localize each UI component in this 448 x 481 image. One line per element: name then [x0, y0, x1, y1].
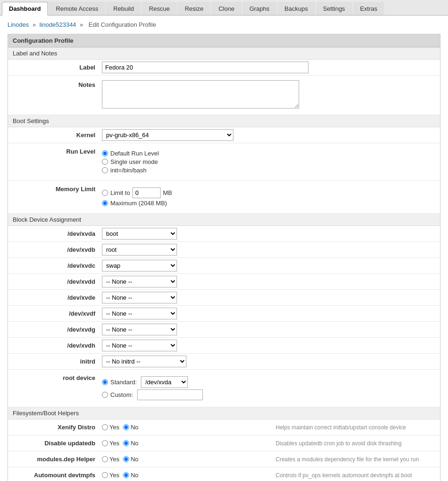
- updatedb-label: Disable updatedb: [8, 438, 102, 449]
- xvdc-label: /dev/xvdc: [8, 260, 102, 271]
- run-level-single-radio[interactable]: [102, 159, 108, 165]
- modules-yes-text: Yes: [109, 456, 119, 463]
- updatedb-yes-radio[interactable]: [102, 440, 108, 446]
- xvdd-select[interactable]: -- None --: [102, 276, 177, 287]
- notes-textarea[interactable]: [102, 80, 299, 109]
- row-kernel: Kernel pv-grub-x86_64: [8, 127, 440, 143]
- tab-remote-access[interactable]: Remote Access: [49, 2, 105, 15]
- modules-yes-option[interactable]: Yes: [102, 456, 119, 463]
- automount-no-text: No: [131, 472, 139, 479]
- run-level-single-option[interactable]: Single user mode: [102, 158, 440, 165]
- root-standard-text: Standard:: [110, 379, 137, 386]
- row-xvdf: /dev/xvdf -- None --: [8, 306, 440, 322]
- root-custom-radio[interactable]: [102, 392, 108, 398]
- automount-yn: Yes No: [102, 472, 266, 479]
- row-xvdh: /dev/xvdh -- None --: [8, 338, 440, 354]
- row-run-level: Run Level Default Run Level Single user …: [8, 143, 440, 181]
- tab-graphs[interactable]: Graphs: [242, 2, 277, 15]
- xvdb-select[interactable]: root: [102, 244, 177, 256]
- memory-limit-option[interactable]: Limit to MB: [102, 187, 440, 198]
- memory-max-option[interactable]: Maximum (2048 MB): [102, 200, 440, 207]
- section-config-profile: Configuration Profile: [8, 34, 440, 47]
- memory-max-radio[interactable]: [102, 200, 108, 206]
- root-custom-option[interactable]: Custom:: [102, 389, 440, 400]
- limit-to-label: Limit to: [110, 189, 130, 196]
- automount-yes-text: Yes: [109, 472, 119, 479]
- xvda-field: boot: [102, 226, 440, 241]
- automount-yes-option[interactable]: Yes: [102, 472, 119, 479]
- xvdg-select[interactable]: -- None --: [102, 324, 177, 335]
- automount-label: Automount devtmpfs: [8, 470, 102, 481]
- memory-limit-radio[interactable]: [102, 190, 108, 196]
- xvda-select[interactable]: boot: [102, 228, 177, 240]
- updatedb-no-option[interactable]: No: [123, 440, 139, 447]
- initrd-select[interactable]: -- No initrd --: [102, 356, 186, 367]
- memory-limit-field: Limit to MB Maximum (2048 MB): [102, 184, 440, 210]
- updatedb-yes-text: Yes: [109, 440, 119, 447]
- automount-no-radio[interactable]: [123, 472, 129, 478]
- xenify-yes-radio[interactable]: [102, 424, 108, 430]
- memory-limit-input[interactable]: [132, 187, 161, 198]
- xenify-no-option[interactable]: No: [123, 424, 139, 431]
- root-custom-input[interactable]: [137, 389, 203, 400]
- breadcrumb-linode[interactable]: linode523344: [39, 21, 76, 28]
- subsection-label-notes: Label and Notes: [8, 47, 440, 60]
- root-dev-select[interactable]: /dev/xvda: [141, 376, 188, 388]
- row-xvdb: /dev/xvdb root: [8, 242, 440, 258]
- tab-backups[interactable]: Backups: [278, 2, 315, 15]
- updatedb-yes-option[interactable]: Yes: [102, 440, 119, 447]
- tab-dashboard[interactable]: Dashboard: [2, 2, 48, 16]
- run-level-field: Default Run Level Single user mode init=…: [102, 146, 440, 178]
- root-standard-radio[interactable]: [102, 379, 108, 385]
- modules-yes-radio[interactable]: [102, 456, 108, 462]
- xvde-label: /dev/xvde: [8, 292, 102, 303]
- xvdb-label: /dev/xvdb: [8, 244, 102, 255]
- breadcrumb-linodes[interactable]: Linodes: [8, 21, 29, 28]
- xenify-field: Yes No: [102, 422, 266, 433]
- automount-no-option[interactable]: No: [123, 472, 139, 479]
- row-xvdg: /dev/xvdg -- None --: [8, 322, 440, 338]
- modules-no-option[interactable]: No: [123, 456, 139, 463]
- row-label: Label: [8, 60, 440, 76]
- run-level-default-radio[interactable]: [102, 150, 108, 156]
- row-modules-dep: modules.dep Helper Yes No Creates a modu…: [8, 451, 440, 467]
- xvdf-select[interactable]: -- None --: [102, 308, 177, 319]
- row-notes: Notes: [8, 76, 440, 115]
- root-custom-text: Custom:: [110, 391, 133, 398]
- xvde-select[interactable]: -- None --: [102, 292, 177, 303]
- xenify-yes-option[interactable]: Yes: [102, 424, 119, 431]
- row-xenify: Xenify Distro Yes No Helps maintain corr…: [8, 419, 440, 435]
- breadcrumb: Linodes » linode523344 » Edit Configurat…: [8, 21, 440, 28]
- tab-resize[interactable]: Resize: [178, 2, 210, 15]
- modules-no-radio[interactable]: [123, 456, 129, 462]
- row-xvdc: /dev/xvdc swap: [8, 258, 440, 274]
- tab-rebuild[interactable]: Rebuild: [106, 2, 141, 15]
- xvdc-select[interactable]: swap: [102, 260, 177, 272]
- config-form: Configuration Profile Label and Notes La…: [8, 34, 440, 481]
- subsection-block-device: Block Device Assignment: [8, 214, 440, 226]
- tab-extras[interactable]: Extras: [353, 2, 385, 15]
- root-standard-option[interactable]: Standard: /dev/xvda: [102, 376, 440, 388]
- row-automount: Automount devtmpfs Yes No Controls if pv…: [8, 467, 440, 481]
- automount-yes-radio[interactable]: [102, 472, 108, 478]
- tab-clone[interactable]: Clone: [211, 2, 241, 15]
- xenify-no-radio[interactable]: [123, 424, 129, 430]
- updatedb-help: Disables updatedb cron job to avoid disk…: [266, 440, 440, 447]
- run-level-init-option[interactable]: init=/bin/bash: [102, 167, 440, 174]
- label-input[interactable]: [102, 62, 309, 73]
- xvdb-field: root: [102, 242, 440, 257]
- kernel-select[interactable]: pv-grub-x86_64: [102, 129, 233, 141]
- run-level-init-radio[interactable]: [102, 167, 108, 173]
- modules-dep-yn: Yes No: [102, 456, 266, 463]
- xvdh-select[interactable]: -- None --: [102, 340, 177, 351]
- notes-field-label: Notes: [8, 78, 102, 90]
- xvdd-label: /dev/xvdd: [8, 276, 102, 287]
- tab-rescue[interactable]: Rescue: [142, 2, 177, 15]
- kernel-label: Kernel: [8, 130, 102, 140]
- run-level-default-option[interactable]: Default Run Level: [102, 150, 440, 157]
- updatedb-no-radio[interactable]: [123, 440, 129, 446]
- xvde-field: -- None --: [102, 290, 440, 305]
- tab-settings[interactable]: Settings: [316, 2, 352, 15]
- xvdg-field: -- None --: [102, 322, 440, 337]
- run-level-group: Default Run Level Single user mode init=…: [102, 148, 440, 176]
